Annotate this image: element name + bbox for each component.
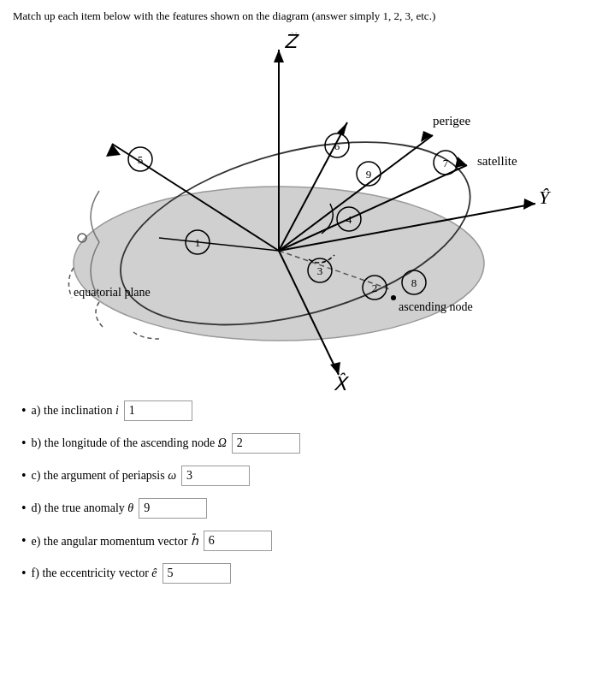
question-e: • e) the angular momentum vector h̄ <box>21 531 570 551</box>
svg-text:9: 9 <box>365 168 371 181</box>
diagram-container: 5 Ẑ 6 perigee 7 satellite Ŷ X̂ <box>14 33 578 392</box>
variable-d: θ <box>127 501 133 514</box>
input-c[interactable] <box>181 466 250 486</box>
svg-text:Ẑ: Ẑ <box>284 33 299 52</box>
input-e[interactable] <box>204 531 272 551</box>
variable-e: h̄ <box>191 535 198 548</box>
input-f[interactable] <box>163 563 231 584</box>
svg-marker-23 <box>523 199 535 210</box>
svg-text:satellite: satellite <box>477 154 517 168</box>
svg-text:2: 2 <box>371 282 377 294</box>
svg-text:Ŷ: Ŷ <box>539 187 552 208</box>
question-d: • d) the true anomaly θ <box>21 498 570 519</box>
svg-marker-8 <box>274 50 284 62</box>
label-e-text: e) the angular momentum vector <box>32 535 188 548</box>
svg-text:equatorial plane: equatorial plane <box>74 286 151 299</box>
label-f-text: f) the eccentricity vector <box>32 567 149 579</box>
svg-text:6: 6 <box>334 139 340 152</box>
svg-text:4: 4 <box>346 213 352 226</box>
question-a: • a) the inclination i <box>21 400 570 421</box>
label-e: e) the angular momentum vector h̄ <box>32 534 198 549</box>
bullet-f: • <box>21 566 27 581</box>
instructions: Match up each item below with the featur… <box>13 9 578 24</box>
question-f: • f) the eccentricity vector ê <box>21 563 570 584</box>
label-d: d) the true anomaly θ <box>32 501 134 515</box>
svg-text:X̂: X̂ <box>334 372 350 392</box>
label-d-text: d) the true anomaly <box>32 501 125 514</box>
questions-container: • a) the inclination i • b) the longitud… <box>13 400 578 584</box>
label-b-text: b) the longitude of the ascending node <box>32 436 216 449</box>
svg-text:perigee: perigee <box>433 114 470 128</box>
input-b[interactable] <box>232 433 300 454</box>
variable-f: ê <box>151 567 157 579</box>
label-c: c) the argument of periapsis ω <box>32 469 176 483</box>
variable-a: i <box>115 404 119 417</box>
svg-text:1: 1 <box>194 236 200 249</box>
input-d[interactable] <box>139 498 207 519</box>
label-c-text: c) the argument of periapsis <box>32 469 165 482</box>
variable-c: ω <box>168 469 176 482</box>
bullet-d: • <box>21 501 27 516</box>
svg-marker-4 <box>106 144 121 157</box>
svg-text:ascending node: ascending node <box>399 300 473 313</box>
question-c: • c) the argument of periapsis ω <box>21 466 570 486</box>
variable-b: Ω <box>218 436 227 449</box>
svg-text:7: 7 <box>442 157 448 169</box>
label-f: f) the eccentricity vector ê <box>32 567 157 580</box>
label-b: b) the longitude of the ascending node Ω <box>32 436 227 450</box>
label-a-text: a) the inclination <box>32 404 113 417</box>
svg-text:3: 3 <box>316 264 322 277</box>
diagram-svg: 5 Ẑ 6 perigee 7 satellite Ŷ X̂ <box>14 33 578 392</box>
bullet-b: • <box>21 436 27 451</box>
bullet-e: • <box>21 533 27 549</box>
bullet-a: • <box>21 403 27 418</box>
question-b: • b) the longitude of the ascending node… <box>21 433 570 454</box>
svg-text:5: 5 <box>137 153 143 166</box>
bullet-c: • <box>21 468 27 483</box>
label-a: a) the inclination i <box>32 404 119 418</box>
svg-text:8: 8 <box>411 276 417 289</box>
svg-point-41 <box>391 295 396 300</box>
input-a[interactable] <box>124 400 192 421</box>
